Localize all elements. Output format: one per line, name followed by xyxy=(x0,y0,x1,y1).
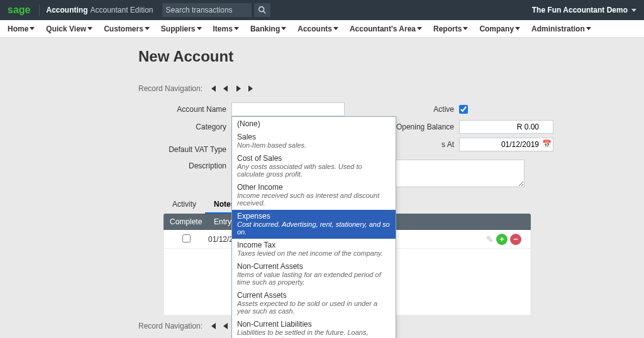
company-name: The Fun Accountant Demo xyxy=(532,6,628,14)
caret-down-icon xyxy=(234,27,239,30)
option-title: Other Income xyxy=(237,183,391,192)
label-description: Description xyxy=(138,160,231,170)
search-icon xyxy=(258,6,267,14)
caret-down-icon xyxy=(417,27,422,30)
label-opening-balance: Opening Balance xyxy=(390,123,459,131)
caret-down-icon xyxy=(586,27,591,30)
nav-last-button[interactable] xyxy=(247,84,255,93)
option-desc: Liabilities to be settled in the future.… xyxy=(237,329,391,338)
menu-reports[interactable]: Reports xyxy=(433,25,468,33)
caret-down-icon xyxy=(333,27,338,30)
category-dropdown: (None)SalesNon-Item based sales.Cost of … xyxy=(231,116,396,338)
col-complete[interactable]: Complete xyxy=(164,217,208,226)
divider xyxy=(39,4,40,16)
caret-down-icon xyxy=(281,27,286,30)
label-category: Category xyxy=(138,123,231,131)
edit-icon[interactable]: ✎ xyxy=(486,234,494,244)
category-option-non-current-assets[interactable]: Non-Current AssetsItems of value lasting… xyxy=(232,260,396,289)
menu-bar: Home Quick View Customers Suppliers Item… xyxy=(0,20,644,38)
label-as-at: s At xyxy=(390,140,459,149)
add-row-button[interactable]: + xyxy=(496,234,508,245)
option-desc: Income received such as interest and dis… xyxy=(237,192,391,207)
caret-down-icon xyxy=(515,27,520,30)
menu-suppliers[interactable]: Suppliers xyxy=(161,25,202,33)
delete-row-button[interactable]: − xyxy=(510,234,521,245)
option-title: Non-Current Assets xyxy=(237,262,391,271)
menu-accountant-s-area[interactable]: Accountant's Area xyxy=(350,25,422,33)
option-desc: Assets expected to be sold or used in un… xyxy=(237,300,391,315)
caret-down-icon xyxy=(30,27,35,30)
tab-activity[interactable]: Activity xyxy=(164,196,205,214)
option-title: Income Tax xyxy=(237,241,391,249)
menu-company[interactable]: Company xyxy=(479,25,520,33)
top-bar: sage Accounting Accountant Edition The F… xyxy=(0,0,644,20)
nav-prev-button[interactable] xyxy=(221,322,230,330)
menu-items[interactable]: Items xyxy=(213,25,239,33)
option-desc: Non-Item based sales. xyxy=(237,141,391,149)
page-title: New Account xyxy=(138,48,644,65)
record-nav-label: Record Navigation: xyxy=(138,84,203,93)
option-title: Expenses xyxy=(237,212,391,221)
option-desc: Cost incurred. Advertising, rent, statio… xyxy=(237,221,391,236)
category-option-other-income[interactable]: Other IncomeIncome received such as inte… xyxy=(232,181,396,210)
menu-home[interactable]: Home xyxy=(8,25,35,33)
search-input[interactable] xyxy=(166,6,248,14)
svg-point-0 xyxy=(258,7,264,12)
record-nav-label: Record Navigation: xyxy=(138,322,203,330)
caret-down-icon xyxy=(463,27,468,30)
menu-accounts[interactable]: Accounts xyxy=(297,25,338,33)
category-option-non-current-liabilities[interactable]: Non-Current LiabilitiesLiabilities to be… xyxy=(232,318,396,338)
category-option-income-tax[interactable]: Income TaxTaxes levied on the net income… xyxy=(232,239,396,260)
option-title: Sales xyxy=(237,133,391,141)
search-container xyxy=(162,3,252,17)
menu-administration[interactable]: Administration xyxy=(531,25,591,33)
nav-first-button[interactable] xyxy=(209,322,218,330)
caret-down-icon xyxy=(631,9,636,12)
option-title: Non-Current Liabilities xyxy=(237,320,391,329)
nav-first-button[interactable] xyxy=(209,84,218,93)
label-account-name: Account Name xyxy=(138,105,231,114)
record-nav-top: Record Navigation: xyxy=(138,84,644,93)
calendar-icon[interactable]: 📅 xyxy=(542,139,552,148)
product-name: Accounting xyxy=(46,6,87,14)
account-name-input[interactable] xyxy=(231,102,345,116)
logo: sage xyxy=(8,4,30,16)
option-title: Current Assets xyxy=(237,291,391,300)
category-option-cost-of-sales[interactable]: Cost of SalesAny costs associated with s… xyxy=(232,152,396,181)
search-button[interactable] xyxy=(254,3,270,17)
option-desc: Any costs associated with sales. Used to… xyxy=(237,163,391,178)
caret-down-icon xyxy=(197,27,202,30)
svg-line-1 xyxy=(263,11,265,14)
row-complete-checkbox[interactable] xyxy=(182,234,191,243)
category-option-sales[interactable]: SalesNon-Item based sales. xyxy=(232,131,396,152)
option-desc: Taxes levied on the net income of the co… xyxy=(237,249,391,257)
label-vat-type: Default VAT Type xyxy=(138,145,231,154)
product-edition: Accountant Edition xyxy=(90,6,153,14)
caret-down-icon xyxy=(145,27,150,30)
category-option-current-assets[interactable]: Current AssetsAssets expected to be sold… xyxy=(232,289,396,318)
menu-customers[interactable]: Customers xyxy=(104,25,150,33)
category-option-none[interactable]: (None) xyxy=(232,117,396,131)
nav-next-button[interactable] xyxy=(234,84,243,93)
menu-banking[interactable]: Banking xyxy=(250,25,286,33)
nav-prev-button[interactable] xyxy=(221,84,230,93)
option-title: Cost of Sales xyxy=(237,154,391,163)
active-checkbox[interactable] xyxy=(459,105,468,114)
opening-balance-input[interactable] xyxy=(459,120,553,134)
option-desc: Items of value lasting for an extended p… xyxy=(237,271,391,286)
category-option-expenses[interactable]: ExpensesCost incurred. Advertising, rent… xyxy=(232,210,396,239)
menu-quick-view[interactable]: Quick View xyxy=(46,25,92,33)
company-menu[interactable]: The Fun Accountant Demo xyxy=(532,6,636,14)
form-right-column: Active Opening Balance s At 📅 xyxy=(390,102,553,155)
as-at-input[interactable] xyxy=(459,138,553,151)
caret-down-icon xyxy=(87,27,92,30)
label-active: Active xyxy=(390,105,459,114)
